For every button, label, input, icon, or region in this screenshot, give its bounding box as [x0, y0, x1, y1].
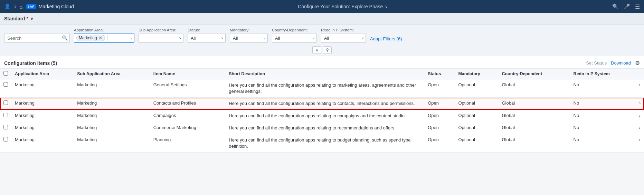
col-chevron-spacer	[636, 69, 644, 79]
app-title: Marketing Cloud	[39, 4, 74, 9]
search-submit-button[interactable]: 🔍	[62, 35, 68, 41]
sap-logo: SAP	[26, 4, 36, 9]
row-redo-in-p: No	[570, 122, 636, 134]
row-checkbox-cell[interactable]	[0, 79, 11, 98]
row-status: Open	[424, 110, 455, 122]
row-short-desc: Here you can find all the configuration …	[225, 134, 424, 152]
row-checkbox[interactable]	[3, 113, 8, 117]
row-mandatory: Optional	[455, 122, 498, 134]
row-item-name: Planning	[150, 134, 226, 152]
row-navigate-icon[interactable]: ›	[636, 98, 644, 110]
row-checkbox-cell[interactable]	[0, 98, 11, 110]
row-redo-in-p: No	[570, 79, 636, 98]
table-row[interactable]: Marketing Marketing Contacts and Profile…	[0, 98, 644, 110]
phase-chevron-icon[interactable]: ∨	[385, 4, 388, 9]
table-row[interactable]: Marketing Marketing General Settings Her…	[0, 79, 644, 98]
row-country-dependent: Global	[498, 122, 570, 134]
view-selector[interactable]: Standard * ∨	[4, 16, 33, 21]
row-status: Open	[424, 79, 455, 98]
row-checkbox[interactable]	[3, 100, 8, 105]
back-button[interactable]: ‹	[14, 3, 16, 10]
search-icon[interactable]: 🔍	[612, 3, 619, 10]
table-row[interactable]: Marketing Marketing Commerce Marketing H…	[0, 122, 644, 134]
country-dependent-select-wrapper: All Global Country-Specific ∨	[272, 33, 317, 43]
search-input[interactable]	[4, 33, 70, 43]
row-navigate-icon[interactable]: ›	[636, 134, 644, 152]
row-country-dependent: Global	[498, 134, 570, 152]
pin-filters-button[interactable]: ⚲	[323, 46, 332, 54]
country-dependent-group: Country-Dependent: All Global Country-Sp…	[272, 28, 317, 43]
sub-application-area-group: Sub Application Area: ∨	[139, 28, 183, 43]
row-mandatory: Optional	[455, 134, 498, 152]
row-checkbox-cell[interactable]	[0, 110, 11, 122]
user-icon[interactable]: 👤	[4, 3, 11, 10]
select-all-header[interactable]	[0, 69, 11, 79]
col-redo-in-p: Redo in P System	[570, 69, 636, 79]
row-status: Open	[424, 98, 455, 110]
application-area-tag-text: Marketing	[79, 36, 97, 40]
row-navigate-icon[interactable]: ›	[636, 122, 644, 134]
row-checkbox-cell[interactable]	[0, 122, 11, 134]
application-area-label: Application Area:	[74, 28, 134, 32]
row-country-dependent: Global	[498, 98, 570, 110]
status-label: Status:	[188, 28, 226, 32]
row-item-name: Campaigns	[150, 110, 226, 122]
collapse-filters-button[interactable]: ∧	[312, 46, 321, 54]
redo-in-p-system-select[interactable]: All Yes No	[321, 33, 366, 43]
nav-right-icons: 🔍 🎤 ☰	[612, 3, 640, 10]
country-dependent-label: Country-Dependent:	[272, 28, 317, 32]
view-chevron-icon: ∨	[30, 17, 33, 21]
row-app-area: Marketing	[11, 122, 74, 134]
row-navigate-icon[interactable]: ›	[636, 110, 644, 122]
mandatory-select[interactable]: All Optional Mandatory	[230, 33, 268, 43]
table-row[interactable]: Marketing Marketing Planning Here you ca…	[0, 134, 644, 152]
row-app-area: Marketing	[11, 134, 74, 152]
col-mandatory: Mandatory	[455, 69, 498, 79]
row-checkbox[interactable]	[3, 125, 8, 129]
download-button[interactable]: Download	[611, 60, 631, 66]
row-app-area: Marketing	[11, 79, 74, 98]
row-checkbox-cell[interactable]	[0, 134, 11, 152]
row-item-name: Contacts and Profiles	[150, 98, 226, 110]
menu-icon[interactable]: ☰	[635, 3, 640, 10]
row-sub-app-area: Marketing	[74, 134, 150, 152]
filter-row: 🔍 Application Area: Marketing ✕ ∨ Sub Ap…	[4, 28, 640, 46]
table-header-row: Application Area Sub Application Area It…	[0, 69, 644, 79]
content-header: Configuration Items (5) Set Status Downl…	[0, 56, 644, 69]
redo-in-p-system-group: Redo in P System: All Yes No ∨	[321, 28, 366, 43]
content-area: Configuration Items (5) Set Status Downl…	[0, 56, 644, 153]
mandatory-label: Mandatory:	[230, 28, 268, 32]
row-redo-in-p: No	[570, 134, 636, 152]
table-settings-icon[interactable]: ⚙	[635, 60, 640, 66]
table-title: Configuration Items (5)	[4, 60, 57, 66]
row-short-desc: Here you can find all the configuration …	[225, 110, 424, 122]
center-title: Configure Your Solution: Explore Phase	[298, 4, 383, 9]
redo-in-p-system-select-wrapper: All Yes No ∨	[321, 33, 366, 43]
set-status-button[interactable]: Set Status	[586, 60, 607, 66]
redo-in-p-system-label: Redo in P System:	[321, 28, 366, 32]
application-area-tag-close[interactable]: ✕	[98, 36, 103, 40]
mic-icon[interactable]: 🎤	[624, 3, 630, 10]
sub-application-area-select[interactable]	[139, 33, 183, 43]
nav-left-icons: 👤 ‹ ⌂	[4, 3, 23, 10]
select-all-checkbox[interactable]	[3, 71, 8, 76]
row-sub-app-area: Marketing	[74, 98, 150, 110]
mandatory-group: Mandatory: All Optional Mandatory ∨	[230, 28, 268, 43]
row-checkbox[interactable]	[3, 137, 8, 142]
row-checkbox[interactable]	[3, 82, 8, 87]
home-button[interactable]: ⌂	[20, 4, 23, 10]
row-short-desc: Here you can find all the configuration …	[225, 122, 424, 134]
status-select[interactable]: All Open In Progress Done	[188, 33, 226, 43]
application-area-field[interactable]: Marketing ✕ ∨	[74, 33, 134, 43]
application-area-group: Application Area: Marketing ✕ ∨	[74, 28, 134, 43]
app-title-section: SAP Marketing Cloud	[26, 4, 74, 9]
row-status: Open	[424, 122, 455, 134]
row-short-desc: Here you can find all the configuration …	[225, 79, 424, 98]
table-row[interactable]: Marketing Marketing Campaigns Here you c…	[0, 110, 644, 122]
row-navigate-icon[interactable]: ›	[636, 79, 644, 98]
application-area-caret-icon[interactable]: ∨	[130, 36, 133, 40]
view-asterisk: *	[27, 16, 28, 21]
country-dependent-select[interactable]: All Global Country-Specific	[272, 33, 317, 43]
adapt-filters-link[interactable]: Adapt Filters (6)	[370, 36, 402, 41]
application-area-tag: Marketing ✕	[76, 35, 105, 41]
